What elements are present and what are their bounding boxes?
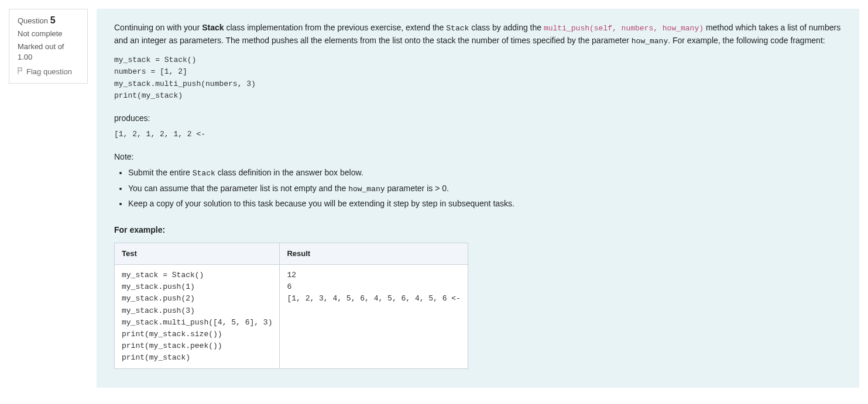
note-text: Submit the entire [128,168,193,177]
col-header-test: Test [115,243,280,265]
intro-text: Continuing on with your [114,23,202,32]
stack-mono: Stack [193,169,215,178]
stack-mono: Stack [446,24,469,33]
intro-text: class by adding the [469,23,544,32]
col-header-result: Result [280,243,468,265]
flag-question-link[interactable]: Flag question [18,67,79,76]
question-content: Continuing on with your Stack class impl… [97,9,859,388]
question-label: Question [18,16,48,25]
stack-bold: Stack [202,23,224,32]
example-table: Test Result my_stack = Stack() my_stack.… [114,243,468,369]
test-cell: my_stack = Stack() my_stack.push(1) my_s… [115,265,280,369]
for-example-heading: For example: [114,224,842,237]
question-info-panel: Question 5 Not complete Marked out of 1.… [9,9,88,84]
how-many-mono: how_many [632,37,668,46]
question-number-line: Question 5 [18,15,79,26]
note-item-3: Keep a copy of your solution to this tas… [128,198,842,210]
flag-icon [18,67,23,76]
intro-text: . For example, the following code fragme… [668,36,825,45]
note-text: parameter is > 0. [385,184,449,193]
question-number: 5 [50,15,56,25]
marks-value: 1.00 [18,53,32,61]
how-many-mono: how_many [348,185,385,194]
intro-text: class implementation from the previous e… [224,23,447,32]
example-code-1: my_stack = Stack() numbers = [1, 2] my_s… [114,54,842,102]
test-code: my_stack = Stack() my_stack.push(1) my_s… [122,270,272,364]
example-output-1: [1, 2, 1, 2, 1, 2 <- [114,129,842,140]
marks-label: Marked out of [18,42,64,51]
note-item-1: Submit the entire Stack class definition… [128,167,842,179]
intro-paragraph: Continuing on with your Stack class impl… [114,22,842,47]
note-label: Note: [114,151,842,164]
table-header-row: Test Result [115,243,468,265]
completion-status: Not complete [18,29,79,38]
notes-list: Submit the entire Stack class definition… [118,167,842,210]
note-text: class definition in the answer box below… [215,168,363,177]
produces-label: produces: [114,112,842,125]
marks-line: Marked out of 1.00 [18,42,79,63]
note-text: You can assume that the parameter list i… [128,184,348,193]
table-row: my_stack = Stack() my_stack.push(1) my_s… [115,265,468,369]
method-signature: multi_push(self, numbers, how_many) [544,24,704,33]
result-code: 12 6 [1, 2, 3, 4, 5, 6, 4, 5, 6, 4, 5, 6… [287,270,460,305]
result-cell: 12 6 [1, 2, 3, 4, 5, 6, 4, 5, 6, 4, 5, 6… [280,265,468,369]
note-item-2: You can assume that the parameter list i… [128,182,842,195]
flag-label: Flag question [26,67,72,76]
